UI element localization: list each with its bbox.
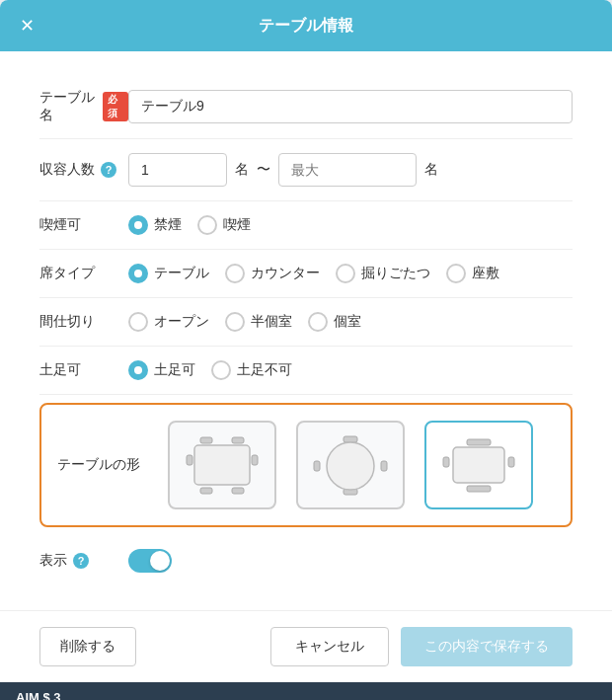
partition-control: オープン 半個室 個室 [128,312,573,332]
seat-type-radio-1 [225,264,245,283]
capacity-max-input[interactable] [278,153,417,187]
seat-type-label: 席タイプ [39,265,128,282]
seat-type-row: 席タイプ テーブル カウンター 掘りごたつ [39,250,573,298]
footer-right-buttons: キャンセル この内容で保存する [270,627,573,666]
seat-type-radio-2 [336,264,355,283]
capacity-control: 名 〜 名 [128,153,573,187]
seat-type-label-3: 座敷 [472,265,499,282]
seat-type-option-1[interactable]: カウンター [225,264,320,283]
capacity-row: 収容人数 ? 名 〜 名 [39,139,573,201]
bottom-bar-text: AIM $ 3 [16,690,61,700]
smoking-option-label-1: 喫煙 [223,216,251,234]
table-name-row: テーブル名 必須 [39,75,573,139]
shape-options [146,421,555,509]
cancel-button[interactable]: キャンセル [270,627,389,666]
table-name-control [128,90,573,123]
seat-type-radio-3 [446,264,466,283]
svg-rect-4 [187,455,192,465]
capacity-min-input[interactable] [128,153,227,187]
shape-round-svg [311,433,390,498]
partition-label-2: 個室 [334,313,361,331]
svg-rect-2 [200,488,212,494]
close-button[interactable]: ✕ [16,13,38,39]
capacity-help-icon[interactable]: ? [101,162,116,178]
partition-label: 間仕切り [39,313,128,331]
modal-header: ✕ テーブル情報 [0,0,612,51]
seat-type-radio-0 [128,264,148,283]
seat-type-option-2[interactable]: 掘りごたつ [336,264,430,283]
svg-rect-1 [232,437,244,443]
partition-radio-1 [225,312,245,332]
partition-radio-group: オープン 半個室 個室 [128,312,573,332]
seat-type-radio-group: テーブル カウンター 掘りごたつ 座敷 [128,264,573,283]
partition-radio-0 [128,312,148,332]
save-button[interactable]: この内容で保存する [401,627,573,666]
required-badge: 必須 [103,92,128,121]
smoking-radio-1 [197,215,217,235]
smoking-radio-0 [128,215,148,235]
svg-rect-14 [443,457,449,467]
shoes-radio-group: 土足可 土足不可 [128,360,573,380]
seat-type-option-3[interactable]: 座敷 [446,264,499,283]
table-name-label: テーブル名 必須 [39,89,128,124]
svg-point-11 [327,442,374,490]
partition-row: 間仕切り オープン 半個室 個室 [39,298,573,347]
table-name-input[interactable] [128,90,573,123]
svg-rect-3 [232,488,244,494]
seat-type-label-2: 掘りごたつ [361,265,430,282]
table-shape-label: テーブルの形 [57,456,146,474]
partition-option-2[interactable]: 個室 [308,312,361,332]
smoking-control: 禁煙 喫煙 [128,215,573,235]
partition-radio-2 [308,312,328,332]
shoes-control: 土足可 土足不可 [128,360,573,380]
display-row: 表示 ? [39,535,573,586]
bottom-bar: AIM $ 3 [0,682,612,700]
table-shape-section: テーブルの形 [39,403,573,527]
svg-rect-10 [381,461,387,471]
shoes-label: 土足可 [39,361,128,379]
shoes-option-1[interactable]: 土足不可 [211,360,292,380]
smoking-label: 喫煙可 [39,216,128,234]
toggle-wrapper [128,549,573,573]
display-help-icon[interactable]: ? [73,553,89,569]
shoes-option-label-1: 土足不可 [237,361,292,379]
display-label: 表示 ? [39,552,128,570]
smoking-option-0[interactable]: 禁煙 [128,215,182,235]
seat-type-label-1: カウンター [251,265,320,282]
shape-option-rect[interactable] [168,421,276,509]
shape-option-rect-small[interactable] [424,421,533,509]
svg-rect-7 [344,436,357,442]
smoking-radio-group: 禁煙 喫煙 [128,215,573,235]
seat-type-control: テーブル カウンター 掘りごたつ 座敷 [128,264,573,283]
capacity-tilde: 〜 [257,161,270,179]
partition-option-0[interactable]: オープン [128,312,209,332]
seat-type-label-0: テーブル [154,265,209,282]
capacity-label: 収容人数 ? [39,161,128,179]
shoes-radio-0 [128,360,148,380]
shoes-option-0[interactable]: 土足可 [128,360,195,380]
svg-rect-13 [467,486,491,492]
shoes-radio-1 [211,360,231,380]
display-toggle[interactable] [128,549,172,573]
capacity-min-suffix: 名 [235,161,249,179]
delete-button[interactable]: 削除する [39,627,136,666]
svg-rect-5 [252,455,258,465]
shape-rect-svg [183,433,262,498]
partition-label-1: 半個室 [251,313,292,331]
seat-type-option-0[interactable]: テーブル [128,264,209,283]
shape-rect-small-svg [439,433,518,498]
shoes-row: 土足可 土足可 土足不可 [39,347,573,395]
partition-label-0: オープン [154,313,209,331]
svg-rect-12 [467,439,491,445]
display-control [128,549,573,573]
svg-rect-16 [453,447,504,483]
shoes-option-label-0: 土足可 [154,361,195,379]
smoking-option-1[interactable]: 喫煙 [197,215,251,235]
shape-option-round[interactable] [296,421,405,509]
smoking-option-label-0: 禁煙 [154,216,182,234]
modal: ✕ テーブル情報 テーブル名 必須 収容人数 ? 名 〜 [0,0,612,700]
partition-option-1[interactable]: 半個室 [225,312,292,332]
svg-rect-15 [508,457,514,467]
modal-body: テーブル名 必須 収容人数 ? 名 〜 名 喫煙可 [0,51,612,610]
svg-rect-9 [314,461,320,471]
